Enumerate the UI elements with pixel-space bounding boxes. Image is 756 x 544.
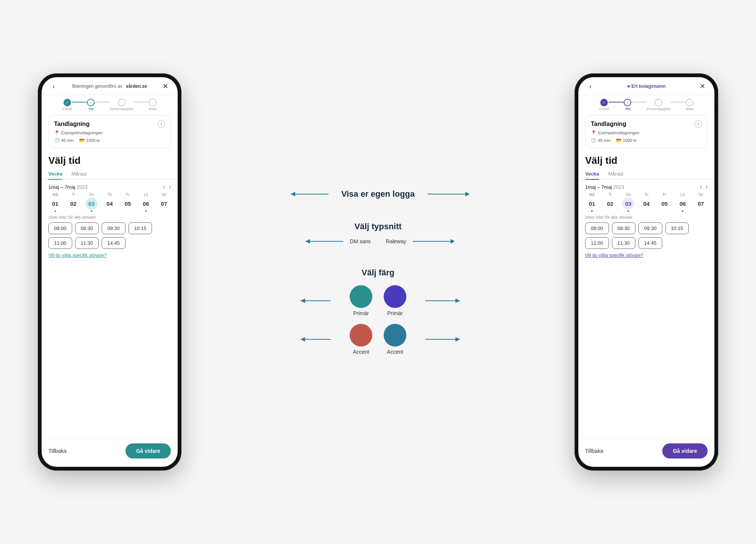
left-step-person: ○ Personuppgifter — [110, 99, 134, 111]
font-left-label: DM sans — [350, 238, 371, 244]
left-date-nav: 1maj – 7maj 2023 ‹ › — [42, 180, 177, 193]
right-slot-0830[interactable]: 08:30 — [612, 222, 636, 234]
left-info-icon[interactable]: i — [158, 120, 165, 128]
right-slot-1015[interactable]: 10:15 — [665, 222, 689, 234]
left-next-arrow[interactable]: › — [169, 183, 171, 190]
right-close-button[interactable]: ✕ — [697, 81, 708, 92]
left-cal-day-to[interactable]: To 04 — [103, 193, 116, 212]
left-brand: vården.se — [126, 84, 147, 89]
right-back-btn[interactable]: Tillbaka — [585, 448, 603, 454]
left-duration-text: 45 min — [61, 138, 74, 143]
left-calendar-row: Må 01 Ti 02 On 03 To 04 — [42, 193, 177, 212]
right-cal-day-ti[interactable]: Ti 02 — [603, 193, 617, 212]
right-price-detail: 💳 1000 kr — [616, 138, 637, 143]
left-step-label-tid: Tid — [88, 107, 93, 111]
right-card-icon: 💳 — [616, 138, 621, 143]
font-left-arrow: DM sans — [302, 238, 371, 245]
right-cal-day-on[interactable]: On 03 — [621, 193, 635, 212]
font-right-arrow: Raleway — [386, 238, 455, 245]
left-cal-day-lo[interactable]: Lö 06 — [139, 193, 153, 212]
left-slot-1015[interactable]: 10:15 — [129, 222, 152, 234]
left-step-line-1 — [72, 102, 87, 103]
right-continue-btn[interactable]: Gå vidare — [662, 443, 708, 459]
left-header-title: Bokningen genomförs av vården.se — [72, 84, 147, 89]
right-spec-link[interactable]: Vill du välja specifik utövare? — [579, 250, 714, 260]
color-accent-arrow-left-svg — [293, 336, 338, 343]
left-step-forval: ✓ Förval — [62, 99, 72, 111]
left-continue-btn[interactable]: Gå vidare — [125, 443, 171, 459]
left-cal-day-on[interactable]: On 03 — [85, 193, 98, 212]
left-location-detail: 📍 Exempelmottagningen — [54, 130, 102, 135]
right-slot-1100[interactable]: 11:00 — [585, 237, 609, 249]
right-prev-arrow[interactable]: ‹ — [700, 183, 702, 190]
right-step-label-person: Personuppgifter — [646, 107, 671, 111]
right-tabs: Vecka Månad — [579, 169, 714, 180]
left-back-button[interactable]: ‹ — [48, 81, 59, 92]
color-accent-left-arrow — [293, 336, 338, 343]
right-cal-day-lo[interactable]: Lö 06 — [676, 193, 689, 212]
left-slot-1130[interactable]: 11:30 — [75, 237, 99, 249]
right-slot-1445[interactable]: 14:45 — [638, 237, 662, 249]
right-step-label-tid: Tid — [625, 107, 630, 111]
right-step-forval: ✓ Förval — [599, 99, 609, 111]
left-cal-day-mo[interactable]: Må 01 — [48, 193, 62, 212]
left-slot-0930[interactable]: 09:30 — [102, 222, 125, 234]
left-slot-0800[interactable]: 08:00 — [48, 222, 72, 234]
right-section-title: Välj tid — [579, 151, 714, 166]
left-tab-vecka[interactable]: Vecka — [48, 169, 62, 180]
left-accent-label: Accent — [353, 349, 369, 355]
left-cal-day-fr[interactable]: Fr 05 — [121, 193, 135, 212]
right-cal-day-so[interactable]: Sö 07 — [694, 193, 708, 212]
left-slot-0830[interactable]: 08:30 — [75, 222, 99, 234]
right-cal-day-to[interactable]: To 04 — [640, 193, 653, 212]
color-arrow-right-svg — [418, 297, 463, 305]
left-location-icon: 📍 — [54, 130, 60, 135]
left-price-text: 1000 kr — [86, 138, 100, 143]
left-slot-1445[interactable]: 14:45 — [102, 237, 125, 249]
right-service-location: 📍 Exempelmottagningen — [591, 130, 702, 135]
right-step-line-1 — [609, 102, 624, 103]
right-step-label-forval: Förval — [599, 107, 609, 111]
right-duration-detail: 🕐 45 min — [591, 138, 610, 143]
left-step-line-3 — [134, 102, 149, 103]
left-provider-text: Visar tider för alla utövare — [42, 212, 177, 221]
right-location-icon: 📍 — [591, 130, 596, 135]
right-slot-1130[interactable]: 11:30 — [612, 237, 636, 249]
right-tab-vecka[interactable]: Vecka — [585, 169, 599, 180]
right-accent-label: Accent — [387, 349, 403, 355]
left-close-button[interactable]: ✕ — [160, 81, 171, 92]
left-service-time-price: 🕐 45 min 💳 1000 kr — [54, 138, 165, 143]
right-back-button[interactable]: ‹ — [585, 81, 596, 92]
right-step-label-boka: Boka — [686, 107, 694, 111]
font-left-arrow-svg — [302, 238, 347, 245]
right-step-circle-forval: ✓ — [600, 99, 608, 106]
font-right-arrow-svg — [409, 238, 454, 245]
left-tab-manad[interactable]: Månad — [71, 169, 87, 180]
right-cal-day-mo[interactable]: Må 01 — [585, 193, 599, 212]
left-tabs: Vecka Månad — [42, 169, 177, 180]
right-brand: Ert bolagsnamn — [631, 84, 666, 89]
right-cal-day-fr[interactable]: Fr 05 — [658, 193, 671, 212]
right-slot-0930[interactable]: 09:30 — [638, 222, 662, 234]
right-info-icon[interactable]: i — [694, 120, 702, 128]
right-service-card: Tandlagning i 📍 Exempelmottagningen 🕐 45… — [585, 115, 708, 148]
left-back-btn[interactable]: Tillbaka — [48, 448, 67, 454]
left-spec-link[interactable]: Vill du välja specifik utövare? — [42, 250, 177, 260]
left-cal-day-so[interactable]: Sö 07 — [157, 193, 171, 212]
logo-comparison-row: Visa er egen logga — [287, 189, 469, 199]
left-slot-1100[interactable]: 11:00 — [48, 237, 72, 249]
left-primary-color: Primär — [350, 285, 372, 316]
left-prev-arrow[interactable]: ‹ — [163, 183, 165, 190]
left-app-header: ‹ Bokningen genomförs av vården.se ✕ — [42, 78, 177, 95]
right-tab-manad[interactable]: Månad — [608, 169, 623, 180]
right-slot-0800[interactable]: 08:00 — [585, 222, 609, 234]
right-progress-steps: ✓ Förval ○ Tid ○ Personuppgifter ○ Boka — [579, 95, 714, 112]
font-section-label: Välj typsnitt — [355, 222, 402, 232]
right-service-time-price: 🕐 45 min 💳 1000 kr — [591, 138, 702, 143]
left-cal-day-ti[interactable]: Ti 02 — [67, 193, 80, 212]
color-primary-left-arrow — [293, 297, 338, 305]
left-phone: ‹ Bokningen genomförs av vården.se ✕ ✓ F… — [38, 73, 181, 471]
left-duration-detail: 🕐 45 min — [54, 138, 74, 143]
right-next-arrow[interactable]: › — [706, 183, 708, 190]
right-phone-footer: Tillbaka Gå vidare — [579, 438, 714, 466]
